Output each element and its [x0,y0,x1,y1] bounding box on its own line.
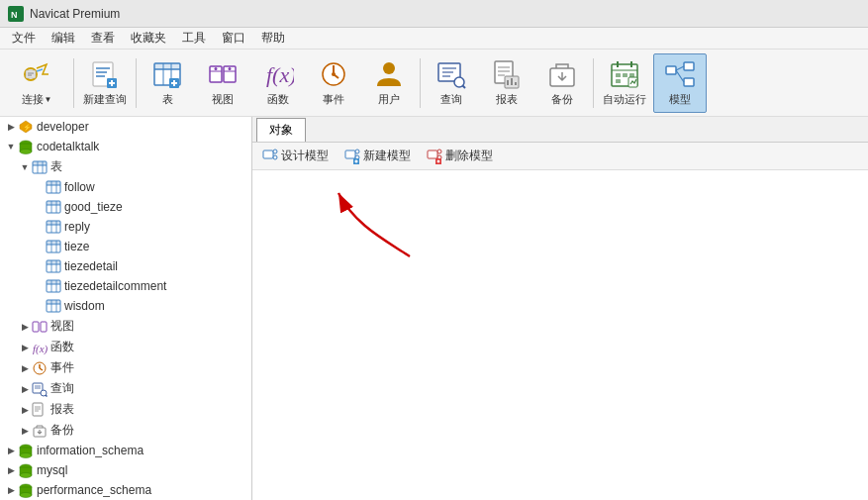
user-toolbar-icon [373,58,405,90]
svg-point-131 [20,493,32,498]
user-label: 用户 [378,92,400,107]
mysql-icon [18,462,34,478]
tree-mysql[interactable]: ▶ mysql [0,460,251,480]
toolbar-user-btn[interactable]: 用户 [362,53,416,113]
content-toolbar: 设计模型 新建模型 [252,143,868,170]
tiezedetailcomment-arrow [32,281,46,291]
svg-point-138 [273,150,277,153]
follow-icon [46,179,61,195]
toolbar-event-btn[interactable]: 事件 [307,53,360,113]
backup-toolbar-icon [546,58,578,90]
svg-rect-86 [47,221,60,225]
svg-rect-76 [47,181,60,185]
svg-rect-148 [428,150,437,158]
views-group-arrow: ▶ [18,322,32,332]
svg-rect-44 [507,80,509,85]
svg-point-125 [20,453,32,458]
mysql-label: mysql [37,463,67,477]
design-model-icon [262,149,278,164]
tree-tieze[interactable]: tieze [0,237,251,256]
schedule-toolbar-icon [609,58,640,90]
menu-view[interactable]: 查看 [83,28,123,49]
menu-edit[interactable]: 编辑 [44,28,83,49]
tree-codetalktalk[interactable]: ▼ codetalktalk [0,137,251,156]
good-tieze-arrow [32,202,46,212]
tree-tables-group[interactable]: ▼ 表 [0,156,251,177]
views-group-label: 视图 [50,318,74,335]
svg-rect-101 [47,280,60,284]
toolbar-function-btn[interactable]: f(x) 函数 [251,53,305,113]
toolbar-view-btn[interactable]: 视图 [196,53,249,113]
toolbar-connect-btn[interactable]: 连接 ▼ [4,53,69,113]
tab-objects-label: 对象 [269,123,293,137]
tree-funcs-group[interactable]: ▶ f(x) 函数 [0,337,251,357]
function-label: 函数 [267,92,289,107]
toolbar-table-btn[interactable]: 表 [141,53,194,113]
tree-reports-group[interactable]: ▶ 报表 [0,399,251,420]
menu-window[interactable]: 窗口 [214,28,253,49]
app-icon: N [8,6,24,22]
new-model-btn[interactable]: 新建模型 [338,146,417,166]
table-toolbar-icon [151,58,183,90]
svg-rect-54 [629,73,634,77]
title-bar: N Navicat Premium [0,0,868,28]
toolbar-schedule-btn[interactable]: 自动运行 [598,53,651,113]
svg-rect-53 [623,73,627,77]
menu-file[interactable]: 文件 [4,28,44,49]
events-group-arrow: ▶ [18,363,32,373]
svg-rect-91 [47,241,60,245]
schedule-label: 自动运行 [603,92,646,107]
svg-point-31 [332,72,336,76]
tieze-label: tieze [64,240,89,253]
svg-rect-3 [26,70,36,78]
tab-objects[interactable]: 对象 [256,118,306,142]
tree-tiezedetailcomment[interactable]: tiezedetailcomment [0,276,251,296]
toolbar-query-btn[interactable]: 查询 [425,53,478,113]
codetalktalk-arrow: ▼ [4,142,18,151]
tree-reply[interactable]: reply [0,217,251,237]
tree-developer[interactable]: ▶ ⚡ developer [0,117,251,137]
app-title: Navicat Premium [30,7,120,21]
svg-point-66 [20,150,32,154]
perf-schema-arrow: ▶ [4,485,18,495]
svg-point-143 [355,150,359,153]
design-model-btn[interactable]: 设计模型 [256,146,335,166]
toolbar-sep-3 [420,58,421,108]
backup-group-arrow: ▶ [18,426,32,436]
queries-group-label: 查询 [50,380,74,397]
backup-label: 备份 [551,92,573,107]
toolbar-backup-btn[interactable]: 备份 [535,53,589,113]
table-label: 表 [162,92,173,107]
toolbar-report-btn[interactable]: 报表 [480,53,533,113]
design-model-label: 设计模型 [281,148,329,164]
menu-tools[interactable]: 工具 [174,28,214,49]
tree-views-group[interactable]: ▶ 视图 [0,316,251,337]
svg-text:f(x): f(x) [266,62,294,87]
tree-good-tieze[interactable]: good_tieze [0,197,251,217]
menu-help[interactable]: 帮助 [253,28,293,49]
info-schema-arrow: ▶ [4,446,18,455]
svg-rect-81 [47,201,60,205]
tree-events-group[interactable]: ▶ 事件 [0,357,251,378]
tree-backup-group[interactable]: ▶ 备份 [0,420,251,441]
tree-queries-group[interactable]: ▶ 查询 [0,378,251,399]
tree-follow[interactable]: follow [0,177,251,197]
delete-model-btn[interactable]: 删除模型 [421,146,499,166]
mysql-arrow: ▶ [4,465,18,475]
tables-group-icon [32,159,48,175]
events-group-icon [32,360,48,376]
tree-information-schema[interactable]: ▶ information_schema [0,441,251,460]
backup-group-icon [32,423,48,439]
tree-performance-schema[interactable]: ▶ performance_schema [0,480,251,500]
tree-wisdom[interactable]: wisdom [0,296,251,316]
tables-group-arrow: ▼ [18,162,32,172]
toolbar-new-query-btn[interactable]: 新建查询 [78,53,132,113]
views-group-icon [32,319,48,335]
toolbar-model-btn[interactable]: 模型 [653,53,707,113]
toolbar-sep-2 [136,58,137,108]
svg-rect-106 [47,300,60,304]
menu-favorites[interactable]: 收藏夹 [123,28,174,49]
svg-rect-140 [345,150,355,158]
reply-arrow [32,222,46,232]
tree-tiezedetail[interactable]: tiezedetail [0,256,251,276]
